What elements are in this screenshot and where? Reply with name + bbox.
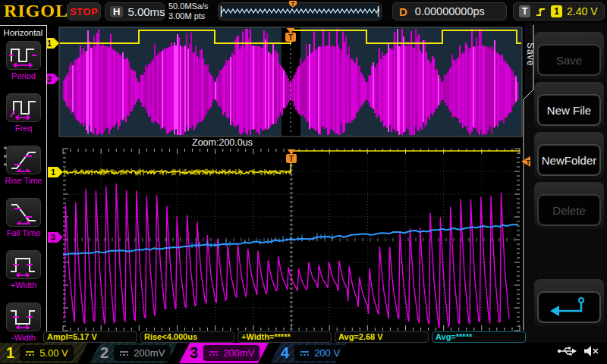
channel-scale-box: 200mV (114, 345, 170, 361)
rigol-logo: RIGOL (4, 1, 68, 21)
svg-text:1: 1 (47, 39, 52, 48)
new-file-button-slot: New File (534, 82, 604, 129)
t-label: T (519, 5, 530, 17)
h-label: H (110, 6, 123, 17)
period-icon (6, 41, 41, 70)
delay-value: 0.00000000ps (415, 5, 485, 17)
zoom-timebase-label: Zoom:200.0us (192, 137, 253, 148)
rise-time-icon (6, 146, 41, 174)
menu-item-label: +Width (3, 281, 44, 290)
save-button-label: Save (556, 54, 582, 67)
back-button-slot (534, 279, 604, 326)
delete-button[interactable]: Delete (537, 194, 601, 226)
save-button[interactable]: Save (537, 44, 601, 76)
dc-coupling-icon (25, 350, 35, 357)
fall-time-icon (6, 198, 41, 227)
menu-right-divider (46, 25, 47, 347)
svg-text:1: 1 (51, 168, 55, 177)
memory-depth: 3.00M pts (168, 11, 209, 21)
measurement-avg: Avg=2.68 V (335, 331, 429, 343)
delete-button-slot: Delete (534, 182, 604, 229)
menu-item-period[interactable]: Period (3, 41, 44, 80)
oscilloscope-screen: RIGOL STOP H 5.00ms 50.0MSa/s 3.00M pts … (0, 0, 607, 364)
trigger-source-badge: 1 (551, 5, 562, 17)
waveform-display: 13TT13T (47, 23, 536, 331)
delete-button-label: Delete (552, 204, 585, 217)
svg-text:3: 3 (47, 75, 52, 83)
menu-item-minus-width[interactable]: -Width (3, 303, 44, 342)
trigger-level-value: 2.40 V (567, 5, 597, 17)
run-state-badge[interactable]: STOP (67, 2, 101, 20)
measure-menu-title: Horizontal (0, 28, 46, 37)
waveform-record-preview[interactable] (218, 2, 382, 20)
rising-edge-icon (535, 5, 546, 17)
dc-coupling-icon (209, 350, 219, 357)
svg-text:T: T (291, 1, 295, 8)
channel-status-bar: 1 5.00 V 2 200mV 3 200 (0, 343, 607, 364)
channel-number: 2 (100, 343, 109, 363)
channel-scale-box: 200mV (203, 345, 259, 361)
acquisition-info: 50.0MSa/s 3.00M pts (168, 2, 209, 21)
channel-scale-value: 200 V (314, 347, 340, 359)
top-status-bar: RIGOL STOP H 5.00ms 50.0MSa/s 3.00M pts … (0, 0, 607, 23)
svg-text:3: 3 (51, 234, 55, 242)
record-preview-waveform (220, 5, 379, 18)
new-file-button-label: New File (547, 104, 591, 117)
measurement-avg2: Avg=***** (432, 331, 526, 343)
new-file-button[interactable]: New File (537, 94, 601, 126)
back-arrow-icon (547, 295, 591, 319)
trigger-readout-box: T 1 2.40 V (513, 2, 605, 20)
channel-scale-value: 200mV (223, 347, 254, 359)
dc-coupling-icon (119, 350, 129, 357)
channel-scale-value: 5.00 V (39, 347, 68, 359)
menu-item-fall-time[interactable]: Fall Time (3, 198, 44, 237)
d-label: D (399, 5, 407, 18)
menu-top-divider (0, 25, 46, 26)
channel-2-status[interactable]: 2 200mV (90, 343, 178, 363)
measurement-ampl: Ampl=5.17 V (43, 331, 137, 343)
menu-scroll-dot (4, 146, 7, 149)
menu-item-label: -Width (3, 333, 44, 342)
channel-scale-value: 200mV (134, 347, 165, 359)
delay-readout-box: D 0.00000000ps (392, 2, 507, 20)
freq-icon (6, 93, 41, 122)
svg-text:T: T (289, 155, 294, 163)
menu-item-label: Rise Time (3, 176, 44, 185)
menu-scroll-dot (4, 155, 7, 158)
menu-item-label: Freq (3, 124, 44, 133)
menu-item-label: Fall Time (3, 228, 44, 237)
back-button[interactable] (537, 291, 601, 323)
menu-item-freq[interactable]: Freq (3, 93, 44, 133)
new-folder-button[interactable]: NewFolder (537, 144, 601, 176)
menu-item-plus-width[interactable]: +Width (3, 250, 44, 290)
channel-number: 4 (281, 343, 289, 363)
menu-item-rise-time[interactable]: Rise Time (3, 146, 44, 185)
channel-number: 3 (190, 343, 198, 363)
new-folder-button-label: NewFolder (542, 154, 597, 167)
sample-rate: 50.0MSa/s (168, 2, 209, 11)
channel-1-status[interactable]: 1 5.00 V (0, 343, 88, 363)
record-preview-area (220, 5, 379, 18)
new-folder-button-slot: NewFolder (534, 132, 604, 179)
save-menu: Save Save New File NewFolder Delete (525, 23, 607, 364)
usb-icon (557, 345, 577, 357)
menu-scroll-dot (4, 163, 7, 166)
menu-item-label: Period (3, 71, 44, 80)
minus-width-icon (6, 303, 41, 331)
measurement-rise: Rise<4.000us (140, 331, 234, 343)
channel-scale-box: 200 V (294, 345, 345, 361)
trigger-position-icon: T (288, 0, 298, 12)
measurement-pwidth: +Width=***** (237, 331, 332, 343)
run-state-label: STOP (70, 6, 98, 17)
speaker-muted-icon (583, 344, 599, 358)
channel-3-status[interactable]: 3 200mV (179, 343, 269, 363)
svg-text:T: T (288, 33, 293, 42)
channel-number: 1 (6, 343, 14, 363)
measurement-results-bar: Ampl=5.17 V Rise<4.000us +Width=***** Av… (43, 331, 529, 343)
horizontal-measure-menu: Horizontal Period (0, 23, 47, 349)
channel-4-status[interactable]: 4 200 V (270, 343, 346, 363)
plus-width-icon (6, 250, 41, 279)
save-button-slot: Save (534, 32, 604, 79)
horizontal-timebase-box: H 5.00ms (105, 2, 165, 20)
timebase-value: 5.00ms (127, 5, 165, 18)
